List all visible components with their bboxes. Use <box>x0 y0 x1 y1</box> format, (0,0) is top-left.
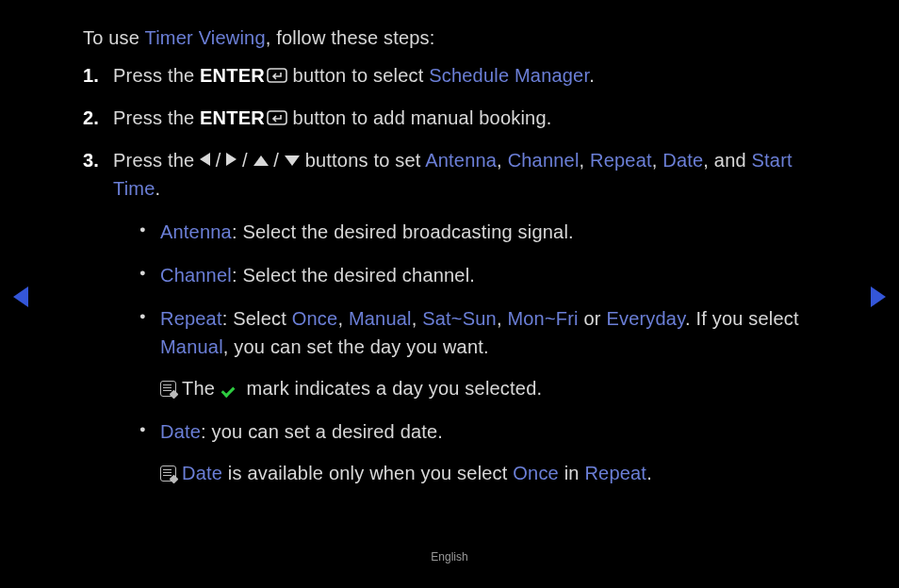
intro-text: To use Timer Viewing, follow these steps… <box>83 24 816 52</box>
note-suffix: . <box>646 463 652 483</box>
step-mid: buttons to set <box>300 150 425 171</box>
note-date-hl: Date <box>182 463 222 483</box>
enter-label: ENTER <box>200 65 265 86</box>
step-number: 3. <box>83 146 99 174</box>
step-3: 3. Press the / / / buttons to set Antenn… <box>83 146 816 487</box>
step-suffix: . <box>155 178 161 199</box>
comma: , <box>652 150 663 171</box>
and: , and <box>703 150 751 171</box>
repeat-suffix: , you can set the day you want. <box>223 336 489 357</box>
bullet-date: Date: you can set a desired date. Date i… <box>139 417 816 487</box>
note-suffix: mark indicates a day you selected. <box>241 378 542 399</box>
channel-text: : Select the desired channel. <box>232 265 475 286</box>
date-highlight: Date <box>662 150 703 171</box>
sep: / <box>210 150 226 171</box>
manual-highlight: Manual <box>349 308 412 329</box>
step-text: Press the <box>113 107 200 128</box>
intro-highlight: Timer Viewing <box>145 27 266 48</box>
repeat-label: Repeat <box>160 308 222 329</box>
prev-page-button[interactable] <box>13 286 28 307</box>
date-text: : you can set a desired date. <box>201 421 443 442</box>
note-prefix: The <box>182 378 221 399</box>
note-icon <box>160 466 176 482</box>
step-mid: button to select <box>287 65 429 86</box>
everyday-highlight: Everyday <box>606 308 685 329</box>
step-text: Press the <box>113 65 200 86</box>
enter-label: ENTER <box>200 107 265 128</box>
footer-language: English <box>0 550 899 564</box>
note-once-hl: Once <box>513 463 559 483</box>
antenna-text: : Select the desired broadcasting signal… <box>232 221 574 242</box>
step-suffix: button to add manual booking. <box>287 107 552 128</box>
down-arrow-icon <box>285 155 300 166</box>
intro-prefix: To use <box>83 27 145 48</box>
nav-right-icon <box>871 286 886 307</box>
enter-icon <box>267 106 287 135</box>
note-repeat-hl: Repeat <box>584 463 646 483</box>
schedule-manager-highlight: Schedule Manager <box>429 65 589 86</box>
comma: , <box>497 308 508 329</box>
intro-suffix: , follow these steps: <box>266 27 435 48</box>
step-1: 1. Press the ENTER button to select Sche… <box>83 61 816 92</box>
note-in: in <box>559 463 584 483</box>
note-mid: is available only when you select <box>222 463 513 483</box>
sep: / <box>237 150 253 171</box>
comma: , <box>580 150 591 171</box>
comma: , <box>497 150 508 171</box>
channel-label: Channel <box>160 265 232 286</box>
date-note: Date is available only when you select O… <box>160 459 816 487</box>
bullet-repeat: Repeat: Select Once, Manual, Sat~Sun, Mo… <box>139 304 816 402</box>
step-text: Press the <box>113 150 200 171</box>
enter-icon <box>267 64 287 92</box>
step-number: 2. <box>83 104 99 132</box>
right-arrow-icon <box>226 153 237 166</box>
comma: , <box>337 308 349 329</box>
nav-left-icon <box>13 286 28 307</box>
repeat-mid: . If you select <box>685 308 799 329</box>
svg-rect-1 <box>268 111 286 124</box>
note-icon <box>160 381 176 397</box>
comma: , <box>412 308 423 329</box>
antenna-highlight: Antenna <box>425 150 497 171</box>
manual2-highlight: Manual <box>160 336 223 357</box>
repeat-highlight: Repeat <box>590 150 652 171</box>
monfri-highlight: Mon~Fri <box>507 308 578 329</box>
satsun-highlight: Sat~Sun <box>422 308 497 329</box>
or: or <box>579 308 607 329</box>
svg-rect-0 <box>268 69 286 82</box>
antenna-label: Antenna <box>160 221 232 242</box>
once-highlight: Once <box>292 308 338 329</box>
check-icon <box>222 383 239 396</box>
bullet-antenna: Antenna: Select the desired broadcasting… <box>139 218 816 246</box>
channel-highlight: Channel <box>508 150 580 171</box>
step-2: 2. Press the ENTER button to add manual … <box>83 104 816 135</box>
left-arrow-icon <box>200 153 210 166</box>
step-number: 1. <box>83 61 99 90</box>
steps-list: 1. Press the ENTER button to select Sche… <box>83 61 816 487</box>
bullets-list: Antenna: Select the desired broadcasting… <box>139 218 816 487</box>
repeat-note: The mark indicates a day you selected. <box>160 374 816 402</box>
sep: / <box>269 150 285 171</box>
page-content: To use Timer Viewing, follow these steps… <box>83 24 816 502</box>
next-page-button[interactable] <box>871 286 886 307</box>
date-label: Date <box>160 421 201 442</box>
bullet-channel: Channel: Select the desired channel. <box>139 261 816 289</box>
step-suffix: . <box>589 65 595 86</box>
repeat-prefix: : Select <box>222 308 292 329</box>
up-arrow-icon <box>253 155 269 166</box>
